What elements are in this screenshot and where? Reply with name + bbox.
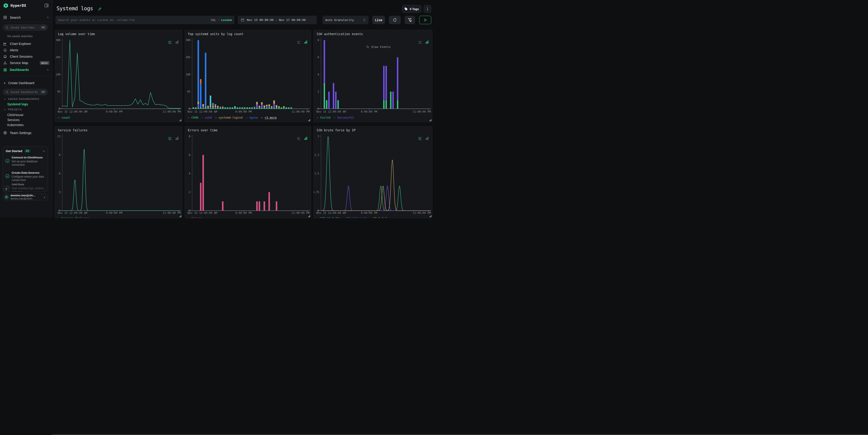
svg-text:9:00:00 PM: 9:00:00 PM [106,110,122,113]
lucene-toggle[interactable]: Lucene [221,18,232,22]
sidebar-item-alerts[interactable]: Alerts [0,47,53,53]
bar-chart-toggle-icon[interactable] [425,40,429,44]
resize-handle[interactable] [308,119,310,121]
legend-item[interactable]: —systemd-logind [215,116,243,119]
run-query-button[interactable] [419,16,431,24]
get-started-step[interactable]: Connect to ClickHouse Set up your databa… [5,155,47,167]
line-chart-toggle-icon[interactable] [168,136,172,140]
saved-searches-input[interactable]: Saved Searches ⌘K [3,24,48,31]
svg-text:11:00:00 PM: 11:00:00 PM [291,211,310,215]
resize-handle[interactable] [429,215,431,217]
resize-handle[interactable] [429,119,431,121]
resize-handle[interactable] [308,215,310,217]
page-title: Systemd logs [57,5,93,11]
saved-dashboards-section-header[interactable]: SAVED DASHBOARDS [4,98,39,100]
get-started-title: Get Started [6,149,22,153]
sidebar-item-systemd-logs[interactable]: Systemd logs [7,102,28,106]
saved-dashboards-input[interactable]: Saved Dashboards ⌘K [3,89,48,95]
search-icon [366,45,369,49]
user-menu[interactable]: D dominic.tran@clic... dominic.tran@clic… [3,193,48,200]
legend-item[interactable]: —Failed [317,116,331,119]
collapse-sidebar-icon[interactable] [44,3,49,8]
date-range-picker[interactable]: Nov 15 00:00:00 - Nov 17 00:00:00 [238,16,317,24]
line-chart-toggle-icon[interactable] [168,40,172,44]
get-started-step[interactable]: Create Data Sources Configure where your… [5,170,47,182]
bar-chart-toggle-icon[interactable] [304,136,308,140]
step-desc: Start sending logs, metrics, or traces [11,187,47,192]
granularity-select[interactable]: Auto Granularity [322,16,369,24]
create-dashboard-button[interactable]: Create Dashboard [0,80,53,86]
chart-title: Errors over time [188,128,217,132]
chevron-up-icon[interactable] [46,16,49,19]
legend-label: 172.16.0.20 [320,217,339,218]
chart-card-errors: 86420Nov 15 12:00:00 AM9:00:00 PM11:00:0… [185,126,311,218]
bar-chart-toggle-icon[interactable] [304,40,308,44]
legend-item[interactable]: —Successful [334,116,354,119]
event-search-input[interactable]: Search your events w/ Lucene ex. column:… [55,16,235,24]
tag-icon [404,7,408,11]
legend-item[interactable]: —Service failures [58,217,89,218]
legend-item[interactable]: —nginx [246,116,258,119]
sidebar-item-service-map[interactable]: Service Map BETA [0,60,53,66]
sidebar-item-kubernetes[interactable]: Kubernetes [7,123,24,127]
svg-text:6: 6 [59,172,60,175]
legend-label: 192.168.1.10 [346,217,366,218]
legend-item[interactable]: —192.168.1.10 [342,217,366,218]
beta-badge: BETA [40,61,49,65]
legend-item[interactable]: —172.16.0.20 [317,217,339,218]
resize-handle[interactable] [179,119,181,121]
chevron-up-icon[interactable] [46,68,49,71]
step-desc: Configure where your data comes from [11,175,47,182]
live-button[interactable]: Live [372,16,385,24]
legend-item[interactable]: —sshd [202,116,212,119]
legend-swatch: — [202,116,203,119]
line-chart-toggle-icon[interactable] [418,136,423,140]
sidebar-item-team-settings[interactable]: Team Settings [0,129,53,136]
legend-item[interactable]: —count [58,116,70,119]
play-icon [424,18,427,22]
svg-text:11:00:00 PM: 11:00:00 PM [291,110,310,113]
divider [0,76,52,76]
step-title: Create Data Sources [11,171,39,175]
legend-item[interactable]: —Errors [188,217,202,218]
refresh-button[interactable] [389,16,401,24]
tags-button[interactable]: 0 Tags [402,5,421,13]
legend-label: CRON [191,116,198,119]
more-options-button[interactable]: ⋮ [424,5,431,13]
line-chart-toggle-icon[interactable] [297,40,301,44]
svg-text:9:00:00 PM: 9:00:00 PM [106,211,122,215]
line-chart-toggle-icon[interactable] [418,40,423,44]
sidebar-item-chart-explorer[interactable]: Chart Explorer [0,40,53,47]
legend-item[interactable]: —10.0.0.5 [370,217,387,218]
help-button[interactable]: ? [3,186,9,193]
bar-chart-toggle-icon[interactable] [425,136,429,140]
sidebar-item-dashboards[interactable]: Dashboards [0,67,53,73]
bar-chart-toggle-icon[interactable] [175,40,179,44]
sql-toggle[interactable]: SQL [211,18,216,22]
svg-text:9: 9 [59,153,60,157]
svg-text:6: 6 [317,56,319,59]
edit-title-pencil-icon[interactable] [98,7,102,11]
svg-text:9:00:00 PM: 9:00:00 PM [235,211,252,215]
chevron-up-icon[interactable] [42,150,45,153]
line-chart-toggle-icon[interactable] [297,136,301,140]
resize-handle[interactable] [179,215,181,217]
presets-section-header[interactable]: PRESETS [4,108,22,111]
legend-label: Errors [191,217,202,218]
user-name: dominic.tran@clic... [10,194,35,197]
legend-swatch: — [261,116,263,119]
sidebar-item-clickhouse[interactable]: ClickHouse [7,113,24,117]
view-events-link[interactable]: View Events [366,45,391,49]
search-grid-icon [3,15,7,20]
legend-item[interactable]: —CRON [188,116,198,119]
legend-item[interactable]: —+3 more [261,116,277,119]
step-desc: Set up your database connection [11,160,47,167]
bar-chart-toggle-icon[interactable] [175,136,179,140]
funnel-pencil-icon [408,18,412,22]
sidebar-item-search[interactable]: Search [0,14,53,21]
sidebar-item-client-sessions[interactable]: Client Sessions [0,53,53,60]
sidebar-item-services[interactable]: Services [7,118,20,122]
filter-edit-button[interactable] [405,16,415,24]
get-started-step[interactable]: Add Data Start sending logs, metrics, or… [5,182,47,192]
svg-text:3: 3 [317,135,319,138]
